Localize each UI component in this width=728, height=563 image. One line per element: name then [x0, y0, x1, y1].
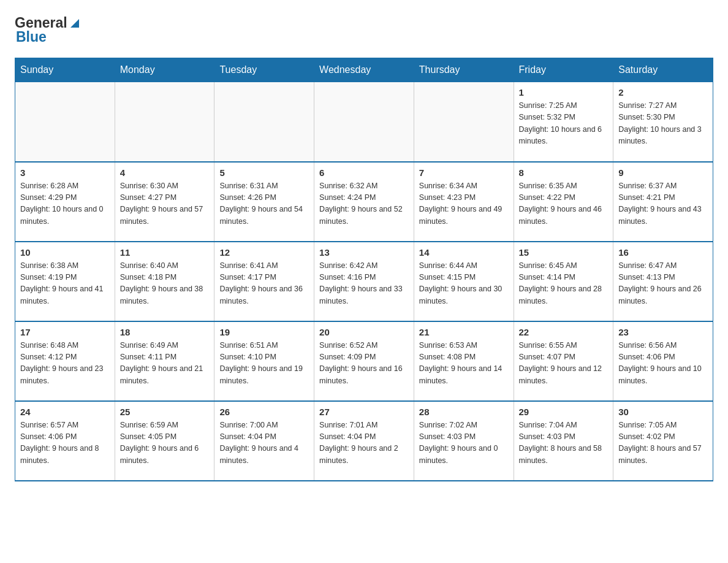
- weekday-header-thursday: Thursday: [414, 58, 514, 82]
- calendar-cell: 26Sunrise: 7:00 AM Sunset: 4:04 PM Dayli…: [214, 401, 314, 481]
- day-number: 17: [20, 327, 110, 337]
- day-info: Sunrise: 6:59 AM Sunset: 4:05 PM Dayligh…: [120, 419, 210, 467]
- svg-marker-0: [70, 19, 79, 28]
- weekday-header-friday: Friday: [514, 58, 613, 82]
- calendar-cell: 20Sunrise: 6:52 AM Sunset: 4:09 PM Dayli…: [314, 321, 414, 401]
- calendar-cell: 5Sunrise: 6:31 AM Sunset: 4:26 PM Daylig…: [214, 162, 314, 242]
- day-number: 4: [120, 167, 210, 178]
- calendar-cell: 16Sunrise: 6:47 AM Sunset: 4:13 PM Dayli…: [613, 242, 713, 321]
- day-info: Sunrise: 6:30 AM Sunset: 4:27 PM Dayligh…: [120, 180, 210, 228]
- day-info: Sunrise: 6:57 AM Sunset: 4:06 PM Dayligh…: [20, 419, 110, 467]
- day-info: Sunrise: 6:42 AM Sunset: 4:16 PM Dayligh…: [319, 260, 409, 308]
- day-number: 24: [20, 407, 110, 417]
- day-number: 29: [519, 407, 609, 417]
- weekday-header-saturday: Saturday: [613, 58, 713, 82]
- day-number: 26: [219, 407, 309, 417]
- calendar-cell: 25Sunrise: 6:59 AM Sunset: 4:05 PM Dayli…: [115, 401, 214, 481]
- day-number: 19: [219, 327, 309, 337]
- calendar-cell: 15Sunrise: 6:45 AM Sunset: 4:14 PM Dayli…: [514, 242, 613, 321]
- calendar-cell: [214, 82, 314, 162]
- day-number: 20: [319, 327, 409, 337]
- calendar-cell: 6Sunrise: 6:32 AM Sunset: 4:24 PM Daylig…: [314, 162, 414, 242]
- day-info: Sunrise: 6:55 AM Sunset: 4:07 PM Dayligh…: [519, 340, 609, 388]
- calendar-cell: 11Sunrise: 6:40 AM Sunset: 4:18 PM Dayli…: [115, 242, 214, 321]
- day-info: Sunrise: 7:04 AM Sunset: 4:03 PM Dayligh…: [519, 419, 609, 467]
- day-info: Sunrise: 6:28 AM Sunset: 4:29 PM Dayligh…: [20, 180, 110, 228]
- calendar-cell: 4Sunrise: 6:30 AM Sunset: 4:27 PM Daylig…: [115, 162, 214, 242]
- day-info: Sunrise: 6:32 AM Sunset: 4:24 PM Dayligh…: [319, 180, 409, 228]
- calendar-cell: 27Sunrise: 7:01 AM Sunset: 4:04 PM Dayli…: [314, 401, 414, 481]
- day-info: Sunrise: 7:01 AM Sunset: 4:04 PM Dayligh…: [319, 419, 409, 467]
- calendar-cell: 7Sunrise: 6:34 AM Sunset: 4:23 PM Daylig…: [414, 162, 514, 242]
- week-row-3: 10Sunrise: 6:38 AM Sunset: 4:19 PM Dayli…: [15, 242, 713, 321]
- calendar-cell: 29Sunrise: 7:04 AM Sunset: 4:03 PM Dayli…: [514, 401, 613, 481]
- day-number: 21: [419, 327, 509, 337]
- calendar-cell: 18Sunrise: 6:49 AM Sunset: 4:11 PM Dayli…: [115, 321, 214, 401]
- day-info: Sunrise: 6:37 AM Sunset: 4:21 PM Dayligh…: [618, 180, 708, 228]
- calendar-table: SundayMondayTuesdayWednesdayThursdayFrid…: [15, 58, 713, 481]
- calendar-cell: 28Sunrise: 7:02 AM Sunset: 4:03 PM Dayli…: [414, 401, 514, 481]
- week-row-2: 3Sunrise: 6:28 AM Sunset: 4:29 PM Daylig…: [15, 162, 713, 242]
- day-info: Sunrise: 6:31 AM Sunset: 4:26 PM Dayligh…: [219, 180, 309, 228]
- day-number: 9: [618, 167, 708, 178]
- day-number: 27: [319, 407, 409, 417]
- calendar-cell: [15, 82, 115, 162]
- logo-blue-part: Blue: [15, 29, 47, 45]
- day-info: Sunrise: 6:49 AM Sunset: 4:11 PM Dayligh…: [120, 340, 210, 388]
- day-info: Sunrise: 7:00 AM Sunset: 4:04 PM Dayligh…: [219, 419, 309, 467]
- day-number: 5: [219, 167, 309, 178]
- day-info: Sunrise: 6:34 AM Sunset: 4:23 PM Dayligh…: [419, 180, 509, 228]
- calendar-cell: 22Sunrise: 6:55 AM Sunset: 4:07 PM Dayli…: [514, 321, 613, 401]
- page-header: General Blue: [15, 15, 713, 45]
- day-info: Sunrise: 6:51 AM Sunset: 4:10 PM Dayligh…: [219, 340, 309, 388]
- day-info: Sunrise: 6:35 AM Sunset: 4:22 PM Dayligh…: [519, 180, 609, 228]
- weekday-header-wednesday: Wednesday: [314, 58, 414, 82]
- day-info: Sunrise: 6:53 AM Sunset: 4:08 PM Dayligh…: [419, 340, 509, 388]
- day-info: Sunrise: 6:41 AM Sunset: 4:17 PM Dayligh…: [219, 260, 309, 308]
- day-number: 10: [20, 247, 110, 258]
- calendar-cell: 8Sunrise: 6:35 AM Sunset: 4:22 PM Daylig…: [514, 162, 613, 242]
- day-number: 23: [618, 327, 708, 337]
- day-info: Sunrise: 7:05 AM Sunset: 4:02 PM Dayligh…: [618, 419, 708, 467]
- calendar-cell: 3Sunrise: 6:28 AM Sunset: 4:29 PM Daylig…: [15, 162, 115, 242]
- calendar-cell: 10Sunrise: 6:38 AM Sunset: 4:19 PM Dayli…: [15, 242, 115, 321]
- day-number: 13: [319, 247, 409, 258]
- day-info: Sunrise: 6:40 AM Sunset: 4:18 PM Dayligh…: [120, 260, 210, 308]
- calendar-cell: 12Sunrise: 6:41 AM Sunset: 4:17 PM Dayli…: [214, 242, 314, 321]
- day-number: 7: [419, 167, 509, 178]
- day-info: Sunrise: 7:25 AM Sunset: 5:32 PM Dayligh…: [519, 100, 609, 148]
- calendar-cell: 17Sunrise: 6:48 AM Sunset: 4:12 PM Dayli…: [15, 321, 115, 401]
- logo: General Blue: [15, 15, 82, 45]
- weekday-header-row: SundayMondayTuesdayWednesdayThursdayFrid…: [15, 58, 713, 82]
- calendar-cell: 23Sunrise: 6:56 AM Sunset: 4:06 PM Dayli…: [613, 321, 713, 401]
- day-info: Sunrise: 7:02 AM Sunset: 4:03 PM Dayligh…: [419, 419, 509, 467]
- weekday-header-tuesday: Tuesday: [214, 58, 314, 82]
- week-row-1: 1Sunrise: 7:25 AM Sunset: 5:32 PM Daylig…: [15, 82, 713, 162]
- day-info: Sunrise: 6:45 AM Sunset: 4:14 PM Dayligh…: [519, 260, 609, 308]
- day-number: 16: [618, 247, 708, 258]
- week-row-5: 24Sunrise: 6:57 AM Sunset: 4:06 PM Dayli…: [15, 401, 713, 481]
- day-number: 22: [519, 327, 609, 337]
- day-number: 11: [120, 247, 210, 258]
- day-number: 3: [20, 167, 110, 178]
- calendar-cell: 13Sunrise: 6:42 AM Sunset: 4:16 PM Dayli…: [314, 242, 414, 321]
- day-number: 8: [519, 167, 609, 178]
- day-number: 15: [519, 247, 609, 258]
- day-info: Sunrise: 6:38 AM Sunset: 4:19 PM Dayligh…: [20, 260, 110, 308]
- calendar-cell: 24Sunrise: 6:57 AM Sunset: 4:06 PM Dayli…: [15, 401, 115, 481]
- day-info: Sunrise: 6:56 AM Sunset: 4:06 PM Dayligh…: [618, 340, 708, 388]
- calendar-cell: 19Sunrise: 6:51 AM Sunset: 4:10 PM Dayli…: [214, 321, 314, 401]
- day-info: Sunrise: 6:48 AM Sunset: 4:12 PM Dayligh…: [20, 340, 110, 388]
- day-number: 25: [120, 407, 210, 417]
- weekday-header-sunday: Sunday: [15, 58, 115, 82]
- calendar-cell: 30Sunrise: 7:05 AM Sunset: 4:02 PM Dayli…: [613, 401, 713, 481]
- calendar-cell: 1Sunrise: 7:25 AM Sunset: 5:32 PM Daylig…: [514, 82, 613, 162]
- day-info: Sunrise: 6:44 AM Sunset: 4:15 PM Dayligh…: [419, 260, 509, 308]
- calendar-cell: [414, 82, 514, 162]
- calendar-cell: [115, 82, 214, 162]
- calendar-cell: 9Sunrise: 6:37 AM Sunset: 4:21 PM Daylig…: [613, 162, 713, 242]
- day-number: 2: [618, 87, 708, 98]
- day-info: Sunrise: 7:27 AM Sunset: 5:30 PM Dayligh…: [618, 100, 708, 148]
- day-number: 14: [419, 247, 509, 258]
- day-number: 12: [219, 247, 309, 258]
